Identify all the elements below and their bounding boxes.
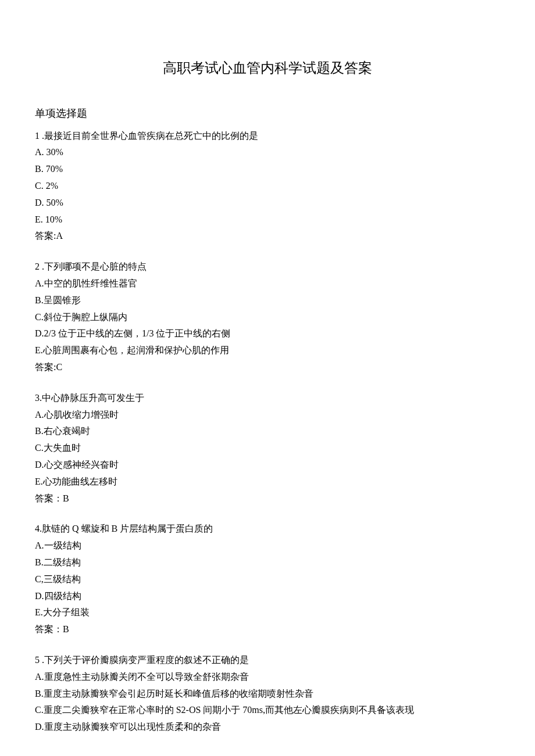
option-d: D. 50% xyxy=(35,195,500,212)
option-c: C.重度二尖瓣狭窄在正常心率时的 S2-OS 间期小于 70ms,而其他左心瓣膜… xyxy=(35,702,500,719)
option-e: E.心功能曲线左移时 xyxy=(35,474,500,490)
option-b: B.二级结构 xyxy=(35,554,500,571)
question-text: 1 .最接近目前全世界心血管疾病在总死亡中的比例的是 xyxy=(35,128,500,145)
answer: 答案:C xyxy=(35,359,500,376)
question-text: 5 .下列关于评价瓣膜病变严重程度的叙述不正确的是 xyxy=(35,652,500,669)
question-text: 3.中心静脉压升高可发生于 xyxy=(35,390,500,407)
option-b: B.右心衰竭时 xyxy=(35,423,500,440)
question-4: 4.肽链的 Q 螺旋和 B 片层结构属于蛋白质的 A.一级结构 B.二级结构 C… xyxy=(35,521,500,638)
option-e: E. 10% xyxy=(35,212,500,228)
section-heading: 单项选择题 xyxy=(35,104,500,123)
question-1: 1 .最接近目前全世界心血管疾病在总死亡中的比例的是 A. 30% B. 70%… xyxy=(35,128,500,245)
option-a: A.心肌收缩力增强时 xyxy=(35,407,500,424)
question-2: 2 .下列哪项不是心脏的特点 A.中空的肌性纤维性器官 B.呈圆锥形 C.斜位于… xyxy=(35,259,500,376)
option-a: A.一级结构 xyxy=(35,538,500,554)
option-b: B.重度主动脉瓣狭窄会引起历时延长和峰值后移的收缩期喷射性杂音 xyxy=(35,686,500,703)
option-d: D.重度主动脉瓣狭窄可以出现性质柔和的杂音 xyxy=(35,719,500,736)
option-e: E.心脏周围裹有心包，起润滑和保护心肌的作用 xyxy=(35,342,500,359)
answer: 答案：B xyxy=(35,621,500,638)
option-b: B.呈圆锥形 xyxy=(35,292,500,309)
answer: 答案：B xyxy=(35,490,500,507)
option-a: A.重度急性主动脉瓣关闭不全可以导致全舒张期杂音 xyxy=(35,669,500,686)
option-c: C.斜位于胸腔上纵隔内 xyxy=(35,309,500,326)
option-c: C. 2% xyxy=(35,178,500,195)
question-5: 5 .下列关于评价瓣膜病变严重程度的叙述不正确的是 A.重度急性主动脉瓣关闭不全… xyxy=(35,652,500,736)
option-a: A.中空的肌性纤维性器官 xyxy=(35,275,500,292)
question-text: 4.肽链的 Q 螺旋和 B 片层结构属于蛋白质的 xyxy=(35,521,500,538)
page-title: 高职考试心血管内科学试题及答案 xyxy=(35,56,500,81)
option-a: A. 30% xyxy=(35,144,500,161)
option-d: D.2/3 位于正中线的左侧，1/3 位于正中线的右侧 xyxy=(35,325,500,342)
question-3: 3.中心静脉压升高可发生于 A.心肌收缩力增强时 B.右心衰竭时 C.大失血时 … xyxy=(35,390,500,507)
question-text: 2 .下列哪项不是心脏的特点 xyxy=(35,259,500,275)
option-c: C.大失血时 xyxy=(35,440,500,457)
option-c: C,三级结构 xyxy=(35,571,500,588)
answer: 答案:A xyxy=(35,228,500,245)
option-d: D.心交感神经兴奋时 xyxy=(35,457,500,474)
option-b: B. 70% xyxy=(35,161,500,178)
option-e: E.大分子组装 xyxy=(35,604,500,621)
option-d: D.四级结构 xyxy=(35,588,500,605)
